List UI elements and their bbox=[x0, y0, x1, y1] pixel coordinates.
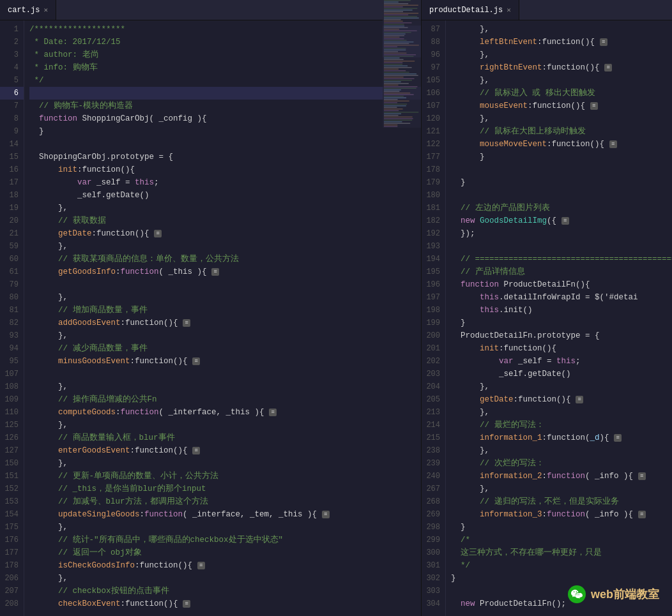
line-num: 203 bbox=[422, 368, 445, 380]
fold-icon[interactable]: ≡ bbox=[183, 600, 190, 608]
fold-icon[interactable]: ≡ bbox=[638, 472, 646, 480]
code-line: }, bbox=[29, 380, 421, 393]
code-line: }, bbox=[451, 74, 672, 87]
code-line: rightBtnEvent:function(){ ≡ bbox=[451, 61, 672, 74]
fold-icon[interactable]: ≡ bbox=[609, 140, 617, 148]
code-line: }, bbox=[451, 112, 672, 125]
tab-product-detail-js[interactable]: productDetail.js ✕ bbox=[422, 0, 519, 20]
code-line: // _this，是你当前blur的那个input bbox=[29, 483, 421, 495]
tab-cart-js-close[interactable]: ✕ bbox=[43, 6, 48, 14]
line-num: 198 bbox=[422, 304, 445, 317]
code-line: // 增加商品数量，事件 bbox=[29, 304, 421, 317]
line-num: 176 bbox=[0, 534, 24, 546]
line-num: 59 bbox=[0, 240, 24, 253]
fold-icon[interactable]: ≡ bbox=[590, 102, 598, 110]
fold-icon[interactable]: ≡ bbox=[604, 64, 612, 71]
line-num: 267 bbox=[422, 483, 445, 495]
code-line: }, bbox=[29, 329, 421, 342]
line-num: 206 bbox=[0, 572, 24, 585]
code-line: }, bbox=[29, 419, 421, 432]
fold-icon[interactable]: ≡ bbox=[576, 396, 583, 403]
line-num: 81 bbox=[0, 304, 24, 317]
line-num: 7 bbox=[0, 100, 24, 112]
line-num: 213 bbox=[422, 406, 445, 419]
code-line: // 获取数据 bbox=[29, 214, 421, 227]
code-line: _self.getDate() bbox=[451, 368, 672, 380]
fold-icon[interactable]: ≡ bbox=[192, 357, 200, 365]
fold-icon[interactable]: ≡ bbox=[269, 409, 277, 416]
tab-product-detail-js-close[interactable]: ✕ bbox=[507, 6, 511, 14]
line-numbers-left: 1234567891415161718192021596061798081829… bbox=[0, 20, 24, 616]
code-line bbox=[29, 87, 421, 100]
code-line: 这三种方式，不存在哪一种更好，只是 bbox=[451, 546, 672, 559]
code-line: updateSingleGoods:function( _interface, … bbox=[29, 508, 421, 521]
line-num: 106 bbox=[422, 87, 445, 100]
fold-icon[interactable]: ≡ bbox=[561, 217, 569, 225]
code-line: */ bbox=[29, 74, 421, 87]
line-num: 178 bbox=[422, 163, 445, 176]
line-num: 151 bbox=[0, 470, 24, 483]
code-line: } bbox=[29, 125, 421, 138]
code-line: }, bbox=[29, 240, 421, 253]
code-line: // 次烂的写法： bbox=[451, 457, 672, 470]
code-content-left[interactable]: /******************* * Date: 2017/12/15 … bbox=[24, 20, 421, 616]
line-num: 15 bbox=[0, 151, 24, 163]
line-num: 150 bbox=[0, 457, 24, 470]
code-line: */ bbox=[451, 559, 672, 572]
line-num: 97 bbox=[422, 61, 445, 74]
pane-left: cart.js ✕ 123456789141516171819202159606… bbox=[0, 0, 422, 616]
code-line: computeGoods:function( _interface, _this… bbox=[29, 406, 421, 419]
line-num: 180 bbox=[422, 189, 445, 202]
code-line: information_1:function(_d){ ≡ bbox=[451, 432, 672, 444]
fold-icon[interactable]: ≡ bbox=[211, 268, 219, 276]
code-line: }, bbox=[29, 202, 421, 214]
fold-icon[interactable]: ≡ bbox=[192, 447, 200, 454]
fold-icon[interactable]: ≡ bbox=[614, 434, 622, 442]
fold-icon[interactable]: ≡ bbox=[322, 511, 330, 518]
line-num: 194 bbox=[422, 253, 445, 266]
code-line: // 获取某项商品的信息：单价、数量，公共方法 bbox=[29, 253, 421, 266]
line-num: 301 bbox=[422, 559, 445, 572]
code-line: enterGoodsEvent:function(){ ≡ bbox=[29, 444, 421, 457]
line-num: 61 bbox=[0, 266, 24, 278]
code-line bbox=[451, 189, 672, 202]
line-num: 95 bbox=[0, 355, 24, 368]
line-num: 9 bbox=[0, 125, 24, 138]
line-num: 154 bbox=[0, 508, 24, 521]
line-num: 5 bbox=[0, 74, 24, 87]
code-line: }); bbox=[451, 227, 672, 240]
code-line: }, bbox=[29, 291, 421, 304]
code-line: /* bbox=[451, 534, 672, 546]
code-line: // 统计-"所有商品中，哪些商品的checkbox处于选中状态" bbox=[29, 534, 421, 546]
line-num: 79 bbox=[0, 278, 24, 291]
code-line: * Date: 2017/12/15 bbox=[29, 36, 421, 49]
code-line: minusGoodsEvent:function(){ ≡ bbox=[29, 355, 421, 368]
line-num: 197 bbox=[422, 291, 445, 304]
editor-container: cart.js ✕ 123456789141516171819202159606… bbox=[0, 0, 672, 616]
pane-right-tabs: productDetail.js ✕ bbox=[422, 0, 672, 20]
fold-icon[interactable]: ≡ bbox=[183, 319, 190, 327]
code-line: }, bbox=[451, 380, 672, 393]
tab-cart-js[interactable]: cart.js ✕ bbox=[0, 0, 56, 20]
pane-right: productDetail.js ✕ 878896971051061071201… bbox=[422, 0, 672, 616]
code-area-right: 8788969710510610712012112217717817918018… bbox=[422, 20, 672, 616]
line-num: 107 bbox=[422, 100, 445, 112]
fold-icon[interactable]: ≡ bbox=[154, 230, 162, 237]
line-num: 202 bbox=[422, 355, 445, 368]
code-line: var _self = this; bbox=[451, 355, 672, 368]
fold-icon[interactable]: ≡ bbox=[197, 562, 205, 569]
line-num: 153 bbox=[0, 495, 24, 508]
line-num: 269 bbox=[422, 508, 445, 521]
code-line: } bbox=[451, 317, 672, 329]
line-num: 109 bbox=[0, 393, 24, 406]
code-line: // checkbox按钮的点击事件 bbox=[29, 585, 421, 597]
line-num: 298 bbox=[422, 521, 445, 534]
code-line: getGoodsInfo:function( _this ){ ≡ bbox=[29, 266, 421, 278]
line-num: 204 bbox=[422, 380, 445, 393]
line-num: 1 bbox=[0, 23, 24, 36]
line-num: 303 bbox=[422, 585, 445, 597]
line-num: 121 bbox=[422, 125, 445, 138]
fold-icon[interactable]: ≡ bbox=[638, 511, 646, 518]
fold-icon[interactable]: ≡ bbox=[600, 38, 607, 46]
code-content-right[interactable]: }, leftBtnEvent:function(){ ≡ }, rightBt… bbox=[446, 20, 672, 616]
